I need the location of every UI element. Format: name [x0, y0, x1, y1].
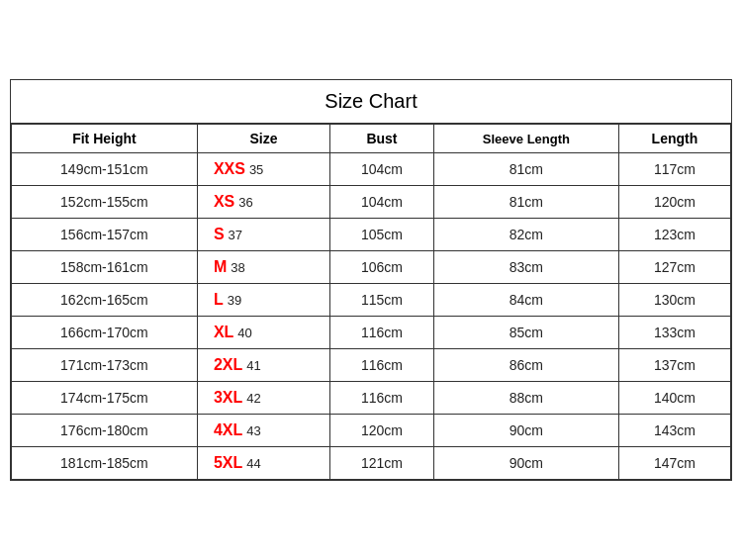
fit-height-cell: 162cm-165cm: [12, 284, 198, 317]
table-row: 181cm-185cm5XL44121cm90cm147cm: [12, 447, 731, 480]
bust-cell: 116cm: [330, 317, 434, 349]
bust-cell: 105cm: [330, 219, 434, 251]
table-header-fit-height: Fit Height: [12, 125, 198, 153]
table-title: Size Chart: [11, 80, 731, 124]
sleeve-length-cell: 86cm: [433, 349, 618, 382]
length-cell: 143cm: [618, 415, 730, 447]
fit-height-cell: 149cm-151cm: [12, 153, 198, 186]
size-cell: M38: [197, 251, 329, 284]
size-cell: XS36: [197, 186, 329, 219]
size-cell: L39: [197, 284, 329, 317]
length-cell: 133cm: [618, 317, 730, 349]
size-chart-container: Size Chart Fit HeightSizeBustSleeve Leng…: [10, 79, 732, 481]
size-num: 37: [229, 228, 242, 242]
fit-height-cell: 174cm-175cm: [12, 382, 198, 415]
size-num: 38: [231, 260, 244, 275]
table-row: 176cm-180cm4XL43120cm90cm143cm: [12, 415, 731, 447]
table-row: 162cm-165cmL39115cm84cm130cm: [12, 284, 731, 317]
size-cell: 2XL41: [197, 349, 329, 382]
sleeve-length-cell: 81cm: [433, 186, 618, 219]
size-cell: XXS35: [197, 153, 329, 186]
fit-height-cell: 158cm-161cm: [12, 251, 198, 284]
size-num: 41: [246, 358, 260, 373]
length-cell: 117cm: [618, 153, 730, 186]
bust-cell: 120cm: [330, 415, 434, 447]
bust-cell: 121cm: [330, 447, 434, 480]
length-cell: 127cm: [618, 251, 730, 284]
length-cell: 120cm: [618, 186, 730, 219]
size-num: 42: [246, 391, 260, 406]
table-header-length: Length: [618, 125, 730, 153]
size-cell: 3XL42: [197, 382, 329, 415]
size-label: 5XL: [214, 454, 242, 471]
table-header-row: Fit HeightSizeBustSleeve LengthLength: [12, 125, 731, 153]
size-num: 44: [246, 456, 260, 471]
sleeve-length-cell: 88cm: [433, 382, 618, 415]
size-num: 40: [237, 326, 251, 340]
fit-height-cell: 156cm-157cm: [12, 219, 198, 251]
size-cell: 5XL44: [197, 447, 329, 480]
length-cell: 147cm: [618, 447, 730, 480]
table-header-size: Size: [197, 125, 329, 153]
size-cell: 4XL43: [197, 415, 329, 447]
size-label: 3XL: [214, 389, 242, 406]
size-label: 2XL: [214, 356, 242, 373]
bust-cell: 104cm: [330, 186, 434, 219]
sleeve-length-cell: 90cm: [433, 415, 618, 447]
table-row: 166cm-170cmXL40116cm85cm133cm: [12, 317, 731, 349]
size-num: 36: [238, 195, 252, 210]
fit-height-cell: 171cm-173cm: [12, 349, 198, 382]
table-row: 156cm-157cmS37105cm82cm123cm: [12, 219, 731, 251]
sleeve-length-cell: 85cm: [433, 317, 618, 349]
size-label: XS: [214, 193, 234, 210]
size-num: 43: [246, 423, 260, 438]
table-row: 158cm-161cmM38106cm83cm127cm: [12, 251, 731, 284]
size-num: 39: [228, 293, 241, 308]
table-header-sleeve-length: Sleeve Length: [433, 125, 618, 153]
size-label: 4XL: [214, 421, 242, 438]
fit-height-cell: 152cm-155cm: [12, 186, 198, 219]
bust-cell: 106cm: [330, 251, 434, 284]
table-row: 171cm-173cm2XL41116cm86cm137cm: [12, 349, 731, 382]
size-label: XL: [214, 324, 233, 340]
sleeve-length-cell: 82cm: [433, 219, 618, 251]
length-cell: 123cm: [618, 219, 730, 251]
sleeve-length-cell: 83cm: [433, 251, 618, 284]
fit-height-cell: 181cm-185cm: [12, 447, 198, 480]
size-table: Fit HeightSizeBustSleeve LengthLength 14…: [11, 124, 731, 480]
size-label: S: [214, 226, 225, 242]
table-header-bust: Bust: [330, 125, 434, 153]
length-cell: 130cm: [618, 284, 730, 317]
length-cell: 140cm: [618, 382, 730, 415]
bust-cell: 104cm: [330, 153, 434, 186]
table-row: 152cm-155cmXS36104cm81cm120cm: [12, 186, 731, 219]
bust-cell: 116cm: [330, 349, 434, 382]
size-cell: S37: [197, 219, 329, 251]
size-label: XXS: [214, 160, 245, 177]
size-cell: XL40: [197, 317, 329, 349]
table-body: 149cm-151cmXXS35104cm81cm117cm152cm-155c…: [12, 153, 731, 480]
size-label: L: [214, 291, 224, 308]
size-num: 35: [249, 162, 263, 177]
length-cell: 137cm: [618, 349, 730, 382]
fit-height-cell: 176cm-180cm: [12, 415, 198, 447]
sleeve-length-cell: 81cm: [433, 153, 618, 186]
table-row: 149cm-151cmXXS35104cm81cm117cm: [12, 153, 731, 186]
sleeve-length-cell: 90cm: [433, 447, 618, 480]
size-label: M: [214, 258, 227, 275]
bust-cell: 115cm: [330, 284, 434, 317]
sleeve-length-cell: 84cm: [433, 284, 618, 317]
table-row: 174cm-175cm3XL42116cm88cm140cm: [12, 382, 731, 415]
bust-cell: 116cm: [330, 382, 434, 415]
fit-height-cell: 166cm-170cm: [12, 317, 198, 349]
